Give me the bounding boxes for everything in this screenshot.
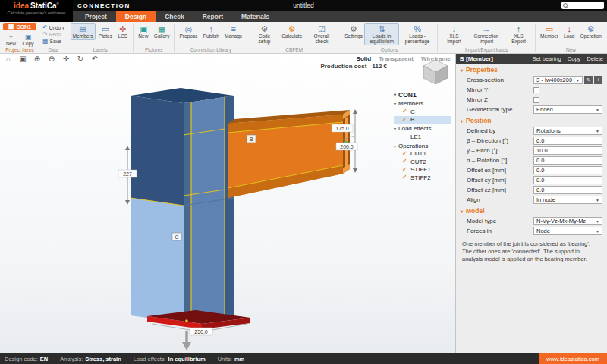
- tab-materials[interactable]: Materials: [232, 11, 278, 22]
- offset-ex-mm-input[interactable]: 0.0: [533, 166, 602, 174]
- delete-button[interactable]: Delete: [587, 55, 603, 62]
- orbit-icon[interactable]: ↻: [76, 55, 85, 63]
- xls-export-button[interactable]: ↑XLS Export: [505, 23, 533, 46]
- loads-percentage-button[interactable]: %Loads - percentage: [400, 23, 435, 46]
- edit-cross-section-button[interactable]: ✎: [584, 76, 593, 84]
- property-row-rotation: α – Rotation [°]0.0: [456, 155, 607, 165]
- website-link[interactable]: www.ideastatica.com: [539, 353, 607, 364]
- tree-item-b[interactable]: ✓B: [394, 116, 451, 124]
- tree-section-operations[interactable]: ▾Operations: [394, 142, 451, 150]
- section-header-model[interactable]: ▾Model: [456, 205, 607, 216]
- previous-view-icon[interactable]: ↶: [90, 55, 99, 63]
- copy-button[interactable]: ▣Copy: [20, 32, 36, 48]
- offset-ez-mm-input[interactable]: 0.0: [533, 186, 602, 194]
- tree-item-stiff2[interactable]: ✓STIFF2: [394, 174, 451, 182]
- undo-button[interactable]: ↶Undo▾: [42, 25, 65, 31]
- direction-input[interactable]: 0.0: [533, 136, 602, 145]
- redo-button[interactable]: ↷Redo: [42, 32, 61, 38]
- forces-in-combo[interactable]: Node▼: [533, 227, 602, 235]
- add-cross-section-button[interactable]: +: [594, 76, 602, 84]
- tree-item-cut1[interactable]: ✓CUT1: [394, 150, 451, 158]
- member-button[interactable]: ▭Member: [538, 23, 561, 40]
- zoom-extents-icon[interactable]: ▣: [18, 55, 27, 63]
- tree-root-con1[interactable]: ▾CON1: [394, 90, 451, 99]
- tree-section-load-effects[interactable]: ▾Load effects: [394, 124, 451, 133]
- align-combo[interactable]: In node▼: [533, 196, 602, 204]
- mirror-y-checkbox[interactable]: [533, 87, 539, 93]
- member-label-c[interactable]: C: [172, 233, 181, 240]
- pan-icon[interactable]: ✛: [61, 55, 71, 63]
- offset-ey-mm-input[interactable]: 0.0: [533, 176, 602, 184]
- gallery-icon: ▦: [158, 24, 165, 33]
- view-mode-solid[interactable]: Solid: [357, 55, 372, 62]
- overall-check-button[interactable]: ☑Overall check: [305, 23, 338, 46]
- section-header-position[interactable]: ▾Position: [456, 115, 607, 126]
- settings-button[interactable]: ⚙Settings: [344, 23, 363, 40]
- section-header-properties[interactable]: ▾Properties: [456, 64, 607, 75]
- property-row-direction: β – Direction [°]0.0: [456, 136, 607, 146]
- operation-button[interactable]: ⚙Operation: [577, 23, 604, 40]
- viewport-toolbar: ⌂▣⊕⊖✛↻↶: [4, 55, 99, 63]
- new-button[interactable]: +New: [3, 32, 18, 48]
- member-b-solid[interactable]: [228, 110, 350, 198]
- set-bearing-button[interactable]: Set bearing: [532, 55, 561, 62]
- tree-item-le1[interactable]: LE1: [394, 133, 451, 141]
- tab-project[interactable]: Project: [76, 11, 116, 22]
- 3d-viewport[interactable]: 227 175.0 200.0: [0, 54, 455, 353]
- rotation-input[interactable]: 0.0: [533, 156, 602, 165]
- manage-icon: ≡: [231, 24, 236, 33]
- copy-button[interactable]: Copy: [568, 55, 581, 62]
- member-c-solid[interactable]: [131, 88, 234, 323]
- lcs-button[interactable]: ✛LCS: [115, 23, 131, 40]
- cross-section-combo[interactable]: 3 - Iw400x200▼: [533, 76, 583, 84]
- calculate-button[interactable]: ⚙Calculate: [280, 23, 304, 40]
- status-value: Stress, strain: [85, 356, 121, 362]
- save-button[interactable]: ▦Save: [42, 39, 61, 45]
- property-label: Geometrical type: [467, 106, 530, 113]
- tab-check[interactable]: Check: [156, 11, 193, 22]
- loads-in-equilibrium-button[interactable]: ⇅Loads in equilibrium: [364, 23, 399, 46]
- view-mode-transparent[interactable]: Transparent: [379, 55, 414, 62]
- home-icon[interactable]: ⌂: [4, 55, 13, 63]
- new-button[interactable]: ▣New: [136, 23, 151, 40]
- xls-import-button[interactable]: ↓XLS Import: [440, 23, 468, 46]
- scene-canvas[interactable]: 227 175.0 200.0: [0, 54, 455, 353]
- propose-button[interactable]: ◎Propose: [177, 23, 200, 40]
- mirror-z-checkbox[interactable]: [533, 97, 539, 103]
- main-area: 227 175.0 200.0: [0, 54, 607, 353]
- search-input[interactable]: [569, 3, 602, 8]
- pitch-input[interactable]: 10.0: [533, 146, 602, 155]
- publish-button[interactable]: ↑Publish: [201, 23, 222, 40]
- zoom-out-icon[interactable]: ⊖: [47, 55, 56, 63]
- code-setup-button[interactable]: ⚙Code setup: [250, 23, 278, 46]
- load-button[interactable]: ↓Load: [561, 23, 577, 40]
- view-cube[interactable]: [423, 60, 448, 84]
- geometrical-type-combo[interactable]: Ended▼: [533, 105, 602, 114]
- connection-import-button[interactable]: →Connection Import: [469, 23, 504, 46]
- model-type-combo[interactable]: N-Vy-Vz-Mx-My-Mz▼: [533, 217, 602, 225]
- tree-section-members[interactable]: ▾Members: [394, 99, 451, 108]
- tree-item-stiff1[interactable]: ✓STIFF1: [394, 166, 451, 174]
- tree-item-cut2[interactable]: ✓CUT2: [394, 158, 451, 166]
- manage-button[interactable]: ≡Manage: [222, 23, 245, 40]
- gallery-button[interactable]: ▦Gallery: [152, 23, 172, 40]
- property-control: 0.0: [533, 176, 602, 184]
- search-box[interactable]: [561, 2, 604, 9]
- plates-button[interactable]: ▭Plates: [96, 23, 115, 40]
- member-new-icon: ▭: [546, 24, 553, 33]
- loads-percentage-icon: %: [414, 24, 421, 33]
- combo-value: Node: [536, 228, 596, 234]
- tab-report[interactable]: Report: [193, 11, 232, 22]
- chevron-down-icon: ▼: [596, 108, 599, 112]
- member-label-b[interactable]: B: [247, 135, 256, 143]
- status-value: In equilibrium: [168, 356, 206, 362]
- tree-item-c[interactable]: ✓C: [394, 108, 451, 116]
- status-label: Analysis:: [60, 356, 83, 362]
- tree-item-label: B: [410, 116, 414, 123]
- tab-design[interactable]: Design: [116, 11, 156, 22]
- defined-by-combo[interactable]: Rotations▼: [533, 127, 602, 135]
- project-item-button[interactable]: ▦CON1: [3, 23, 36, 30]
- members-button[interactable]: ▤Members: [71, 23, 96, 40]
- zoom-in-icon[interactable]: ⊕: [33, 55, 42, 63]
- view-mode-wireframe[interactable]: Wireframe: [421, 55, 451, 62]
